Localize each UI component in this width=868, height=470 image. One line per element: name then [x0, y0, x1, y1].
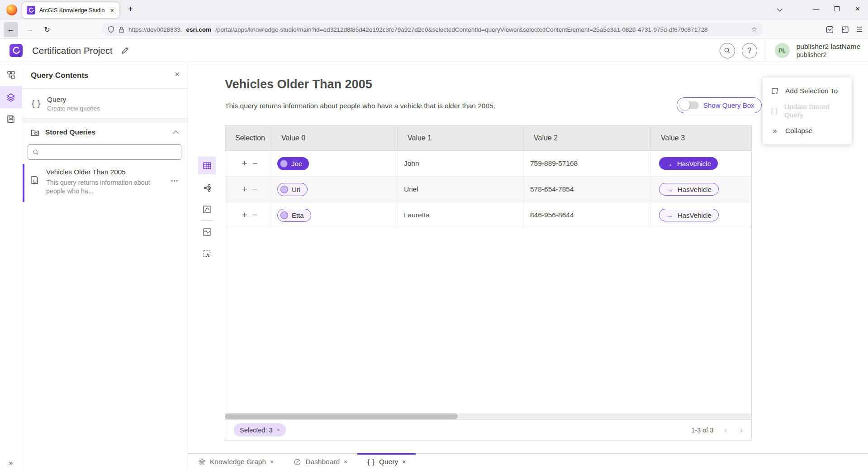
- stored-queries-label: Stored Queries: [45, 128, 95, 136]
- contents-layers-icon[interactable]: [0, 86, 22, 108]
- forward-button[interactable]: →: [23, 22, 37, 37]
- view-tabbar: Knowledge Graph × Dashboard × { } Query …: [188, 453, 868, 470]
- table-view-icon[interactable]: [198, 157, 216, 174]
- table-row: + − Uri Uriel 578-654-7854 →HasVehicle: [225, 177, 751, 202]
- next-page-button[interactable]: ›: [740, 426, 743, 434]
- url-domain: esri.com: [186, 26, 212, 33]
- arrow-icon: →: [666, 211, 673, 219]
- user-name: publisher2 lastName: [797, 42, 860, 51]
- add-selection-button[interactable]: +: [242, 184, 247, 194]
- value1-cell: John: [398, 151, 524, 176]
- collapse-section-chevron-icon[interactable]: [173, 130, 179, 136]
- lock-icon[interactable]: [119, 26, 124, 33]
- tab-close-icon[interactable]: ×: [109, 7, 115, 14]
- close-tab-icon[interactable]: ×: [344, 458, 347, 465]
- value1-cell: Uriel: [398, 177, 524, 202]
- toggle-track[interactable]: [681, 101, 699, 109]
- horizontal-scrollbar[interactable]: [225, 413, 751, 419]
- stored-queries-header[interactable]: Stored Queries: [22, 123, 188, 141]
- tab-dashboard[interactable]: Dashboard ×: [284, 454, 357, 470]
- item-options-ellipsis-icon[interactable]: •••: [171, 178, 179, 183]
- list-tabs-chevron-icon[interactable]: [768, 5, 789, 13]
- query-description: This query returns information about peo…: [225, 102, 495, 110]
- select-tool-icon[interactable]: [198, 245, 216, 262]
- user-subname: publisher2: [797, 51, 860, 59]
- tracking-shield-icon[interactable]: [108, 26, 114, 33]
- entity-chip[interactable]: Joe: [277, 157, 309, 170]
- scrollbar-thumb[interactable]: [225, 413, 458, 419]
- firefox-icon[interactable]: [6, 5, 17, 15]
- add-selection-button[interactable]: +: [242, 210, 247, 220]
- query-contents-panel: Query Contents × { } Query Create new qu…: [22, 62, 188, 470]
- relationship-chip[interactable]: →HasVehicle: [659, 183, 719, 196]
- browser-tab[interactable]: ArcGIS Knowledge Studio ×: [22, 2, 119, 18]
- collapse-icon: »: [770, 127, 779, 135]
- close-tab-icon[interactable]: ×: [402, 458, 406, 465]
- help-button[interactable]: ?: [742, 43, 757, 58]
- save-icon[interactable]: [0, 108, 22, 130]
- relationship-chip[interactable]: →HasVehicle: [659, 209, 719, 221]
- link-chart-icon[interactable]: [198, 179, 216, 197]
- relationship-cell: →HasVehicle: [651, 202, 751, 228]
- table-row: + − Etta Lauretta 846-956-8644 →HasVehic…: [225, 202, 751, 228]
- data-model-icon[interactable]: [0, 64, 22, 86]
- menu-hamburger-icon[interactable]: ☰: [857, 25, 863, 34]
- show-query-box-toggle[interactable]: Show Query Box: [677, 97, 762, 113]
- selected-count-chip[interactable]: Selected: 3 ×: [234, 423, 286, 436]
- user-block[interactable]: publisher2 lastName publisher2: [797, 42, 860, 59]
- browser-navbar: ← → ↻ https://dev0028833.esri.com/portal…: [0, 20, 868, 39]
- window-minimize-button[interactable]: —: [806, 5, 826, 13]
- relationship-chip[interactable]: →HasVehicle: [659, 157, 718, 170]
- search-button[interactable]: [720, 43, 735, 58]
- tab-label: Query: [379, 458, 398, 466]
- remove-selection-button[interactable]: −: [252, 210, 257, 220]
- pagination: 1-3 of 3 ‹ ›: [691, 426, 743, 434]
- stored-queries-search[interactable]: [28, 144, 181, 160]
- knowledge-studio-favicon-icon: [27, 6, 35, 14]
- menu-item-add-selection-to[interactable]: Add Selection To: [763, 81, 852, 101]
- braces-icon: { }: [32, 99, 41, 108]
- value1-cell: Lauretta: [398, 202, 524, 228]
- add-selection-to-icon: [770, 87, 779, 95]
- pocket-save-icon[interactable]: [826, 26, 834, 34]
- entity-chip[interactable]: Uri: [277, 183, 308, 196]
- value2-cell: 759-889-57168: [524, 151, 651, 176]
- clear-selection-icon[interactable]: ×: [277, 427, 280, 433]
- edit-title-pencil-icon[interactable]: [121, 47, 129, 54]
- new-tab-button[interactable]: +: [128, 4, 133, 14]
- tab-query[interactable]: { } Query ×: [357, 454, 416, 470]
- expand-rail-icon[interactable]: »: [0, 459, 22, 466]
- url-bar[interactable]: https://dev0028833.esri.com/portal/apps/…: [102, 23, 763, 36]
- entity-chip[interactable]: Etta: [277, 209, 311, 222]
- entity-dot-icon: [280, 186, 288, 193]
- knowledge-graph-icon: [198, 458, 206, 466]
- tab-label: Knowledge Graph: [210, 458, 266, 466]
- panel-gap: [22, 119, 188, 123]
- navbar-right-icons: ☰: [826, 23, 863, 36]
- window-maximize-button[interactable]: [826, 5, 847, 13]
- prev-page-button[interactable]: ‹: [724, 426, 727, 434]
- avatar[interactable]: PL: [775, 43, 790, 58]
- panel-close-icon[interactable]: ×: [175, 70, 180, 79]
- new-query-item[interactable]: { } Query Create new queries: [22, 89, 188, 119]
- query-item-title: Query: [47, 96, 100, 104]
- menu-item-update-stored-query: { } Update Stored Query: [763, 101, 852, 121]
- chart-view-icon[interactable]: [198, 201, 216, 218]
- extensions-icon[interactable]: [841, 26, 849, 34]
- stored-query-item[interactable]: Vehicles Older Than 2005 This query retu…: [22, 164, 188, 202]
- back-button[interactable]: ←: [4, 22, 18, 37]
- remove-selection-button[interactable]: −: [252, 158, 257, 168]
- add-selection-button[interactable]: +: [242, 158, 247, 168]
- stored-queries-search-input[interactable]: [43, 149, 176, 156]
- tab-knowledge-graph[interactable]: Knowledge Graph ×: [188, 454, 284, 470]
- table-empty-area: [225, 228, 751, 413]
- relationship-cell: →HasVehicle: [651, 177, 751, 202]
- bookmark-star-icon[interactable]: ☆: [751, 25, 757, 34]
- remove-selection-button[interactable]: −: [252, 184, 257, 194]
- browser-tab-title: ArcGIS Knowledge Studio: [39, 7, 105, 14]
- window-close-button[interactable]: ×: [847, 5, 868, 14]
- close-tab-icon[interactable]: ×: [270, 458, 274, 465]
- reload-button[interactable]: ↻: [40, 22, 54, 37]
- menu-item-collapse[interactable]: » Collapse: [763, 121, 852, 141]
- map-view-icon[interactable]: [198, 223, 216, 241]
